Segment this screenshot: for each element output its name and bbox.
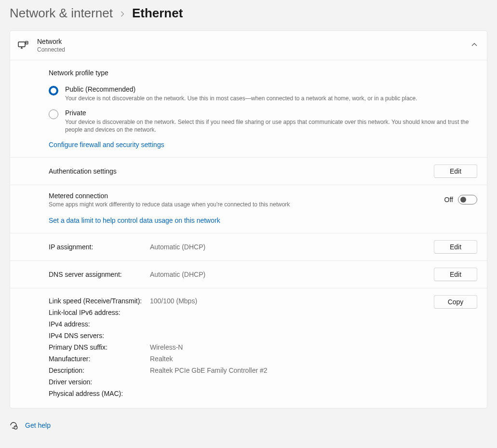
- detail-key: Description:: [49, 367, 150, 374]
- svg-text:?: ?: [15, 426, 16, 429]
- firewall-link[interactable]: Configure firewall and security settings: [49, 141, 164, 149]
- metered-label: Metered connection: [49, 192, 444, 200]
- detail-manufacturer: Manufacturer: Realtek: [49, 353, 477, 365]
- dns-assignment-value: Automatic (DHCP): [150, 271, 434, 278]
- auth-row: Authentication settings Edit: [10, 158, 487, 185]
- detail-key: Physical address (MAC):: [49, 390, 150, 397]
- ip-assignment-label: IP assignment:: [49, 243, 150, 251]
- network-title: Network: [37, 38, 463, 45]
- radio-public-label: Public (Recommended): [65, 85, 477, 93]
- detail-ipv4-dns: IPv4 DNS servers:: [49, 330, 477, 341]
- detail-value: 100/100 (Mbps): [150, 297, 197, 305]
- radio-public-row[interactable]: Public (Recommended) Your device is not …: [49, 85, 477, 102]
- monitor-icon: [18, 40, 28, 51]
- network-profile-section: Network profile type Public (Recommended…: [10, 60, 487, 158]
- radio-private-desc: Your device is discoverable on the netwo…: [65, 118, 477, 134]
- detail-key: Driver version:: [49, 378, 150, 386]
- detail-key: Manufacturer:: [49, 355, 150, 363]
- chevron-up-icon: [471, 42, 477, 49]
- detail-ipv6: Link-local IPv6 address:: [49, 307, 477, 318]
- detail-description: Description: Realtek PCIe GbE Family Con…: [49, 365, 477, 376]
- ip-assignment-value: Automatic (DHCP): [150, 243, 434, 251]
- detail-value: Wireless-N: [150, 343, 183, 351]
- network-header-row[interactable]: Network Connected: [10, 31, 487, 60]
- get-help-link[interactable]: Get help: [25, 421, 51, 429]
- detail-key: IPv4 DNS servers:: [49, 332, 150, 339]
- ethernet-card: Network Connected Network profile type P…: [10, 30, 487, 408]
- detail-driver: Driver version:: [49, 376, 477, 388]
- toggle-knob: [460, 197, 466, 203]
- radio-private-label: Private: [65, 109, 477, 117]
- ip-assignment-row: IP assignment: Automatic (DHCP) Edit: [10, 233, 487, 261]
- detail-dns-suffix: Primary DNS suffix: Wireless-N: [49, 341, 477, 353]
- detail-link-speed: Link speed (Receive/Transmit): 100/100 (…: [49, 295, 477, 307]
- network-status: Connected: [37, 46, 463, 53]
- metered-section: Metered connection Some apps might work …: [10, 185, 487, 233]
- detail-key: Link speed (Receive/Transmit):: [49, 297, 150, 305]
- breadcrumb: Network & internet Ethernet: [0, 0, 497, 30]
- detail-mac: Physical address (MAC):: [49, 388, 477, 399]
- dns-assignment-row: DNS server assignment: Automatic (DHCP) …: [10, 261, 487, 288]
- get-help-row[interactable]: ? Get help: [0, 408, 497, 430]
- data-limit-link[interactable]: Set a data limit to help control data us…: [49, 217, 220, 224]
- auth-label: Authentication settings: [49, 167, 434, 175]
- profile-section-title: Network profile type: [49, 69, 477, 77]
- breadcrumb-root[interactable]: Network & internet: [10, 6, 113, 21]
- radio-public[interactable]: [49, 86, 58, 95]
- radio-private[interactable]: [49, 109, 58, 119]
- metered-state-label: Off: [444, 196, 453, 204]
- detail-key: IPv4 address:: [49, 320, 150, 328]
- detail-value: Realtek: [150, 355, 173, 363]
- metered-toggle[interactable]: [458, 195, 477, 204]
- copy-button[interactable]: Copy: [434, 295, 477, 309]
- dns-assignment-label: DNS server assignment:: [49, 271, 150, 278]
- ip-edit-button[interactable]: Edit: [434, 240, 477, 254]
- detail-key: Link-local IPv6 address:: [49, 309, 150, 316]
- chevron-right-icon: [120, 9, 125, 19]
- radio-private-row[interactable]: Private Your device is discoverable on t…: [49, 109, 477, 134]
- detail-ipv4: IPv4 address:: [49, 318, 477, 330]
- dns-edit-button[interactable]: Edit: [434, 268, 477, 281]
- detail-key: Primary DNS suffix:: [49, 343, 150, 351]
- radio-public-desc: Your device is not discoverable on the n…: [65, 95, 477, 102]
- detail-value: Realtek PCIe GbE Family Controller #2: [150, 367, 268, 374]
- help-icon: ?: [10, 421, 18, 430]
- metered-desc: Some apps might work differently to redu…: [49, 201, 444, 208]
- breadcrumb-current: Ethernet: [132, 6, 183, 21]
- svg-rect-0: [18, 42, 25, 47]
- auth-edit-button[interactable]: Edit: [434, 164, 477, 178]
- details-section: Copy Link speed (Receive/Transmit): 100/…: [10, 288, 487, 408]
